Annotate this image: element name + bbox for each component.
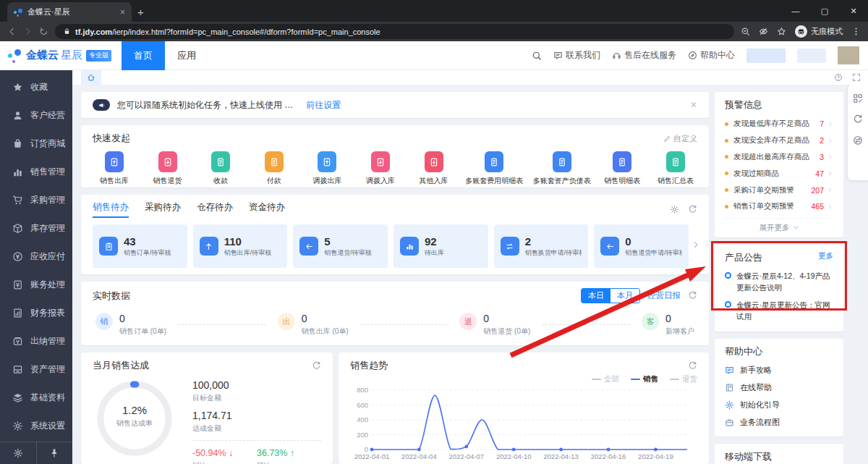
legend-item[interactable]: 退货 [670,374,697,384]
todo-more-chevron-icon[interactable] [692,240,700,249]
help-item[interactable]: 业务流程图 [725,417,833,428]
search-icon[interactable] [532,51,542,61]
sidebar-item[interactable]: 出纳管理 [0,327,72,355]
notice-close-icon[interactable]: ✕ [690,100,697,110]
alert-item[interactable]: 销售订单交期预警 465 [725,198,833,215]
close-button[interactable]: ✕ [839,0,868,22]
maximize-button[interactable]: ▢ [810,0,839,22]
zoom-out-icon[interactable] [741,27,750,36]
quick-launch-item[interactable]: 收款 [199,151,242,186]
todo-refresh-icon[interactable] [688,205,697,214]
quick-launch-item[interactable]: 销售出库 [93,151,136,186]
alert-item[interactable]: 发现安全库存不足商品 2 [725,132,833,149]
go-setup-link[interactable]: 前往设置 [306,99,341,111]
tab-title: 金蝶云·星辰 [27,7,115,17]
sidebar-item[interactable]: 基础资料 [0,384,72,412]
new-tab-button[interactable]: + [137,6,144,18]
switch-workbench-icon[interactable] [853,135,863,145]
period-toggle[interactable]: 本日 [582,289,610,303]
todo-stat-card[interactable]: 43 销售订单/待审核 [93,224,187,268]
home-tab[interactable] [81,70,101,85]
announcement-item[interactable]: 金蝶云·星辰更新公告：官网试用 [725,300,833,323]
refresh-all-icon[interactable] [853,114,863,125]
customize-layout-icon[interactable] [853,93,863,104]
header-link[interactable]: 帮助中心 [688,49,735,62]
alert-item[interactable]: 发现过期商品 47 [725,165,833,182]
sidebar-item[interactable]: 系统设置 [0,412,72,440]
browser-menu-icon[interactable] [851,27,861,36]
address-bar[interactable]: tf.jdy.com/ierp/index.html?formId=pc_mai… [55,24,734,39]
sidebar-pin-icon[interactable] [37,442,73,464]
help-item[interactable]: 初始化引导 [725,400,833,410]
announcements-more-link[interactable]: 更多 [818,251,833,264]
quick-launch-item[interactable]: 多账套费用明细表 [465,151,523,186]
quick-launch-item[interactable]: 其他入库 [412,151,456,186]
monthly-refresh-icon[interactable] [312,361,321,371]
quick-launch-item[interactable]: 销售汇总表 [654,151,697,186]
sidebar-item-icon [12,138,23,149]
bookmark-star-icon[interactable] [777,27,786,36]
browser-tab[interactable]: 金蝶云·星辰 × [7,2,132,22]
sidebar-item[interactable]: 销售管理 [0,158,72,186]
main-nav-tab[interactable]: 首页 [122,41,165,70]
sidebar-item[interactable]: 订货商城 [0,130,72,158]
todo-stat-card[interactable]: 5 销售退货/待审核 [293,224,388,268]
main-nav-tab[interactable]: 应用 [165,41,208,70]
todo-tab[interactable]: 销售待办 [93,201,129,218]
todo-settings-icon[interactable] [670,205,679,214]
announcement-item[interactable]: 金蝶云·星辰4-12、4-19产品更新公告说明 [725,271,833,294]
eye-slash-icon[interactable] [759,27,768,36]
legend-item[interactable]: 全部 [592,374,619,384]
todo-tab[interactable]: 资金待办 [249,201,285,218]
trend-refresh-icon[interactable] [688,361,697,371]
sidebar-item[interactable]: 应收应付 [0,242,72,271]
todo-tab[interactable]: 采购待办 [145,201,181,218]
sidebar-settings-icon[interactable] [0,442,37,464]
reload-icon[interactable] [39,27,48,36]
forward-icon[interactable] [23,27,33,36]
help-item[interactable]: 在线帮助 [725,382,833,393]
fullscreen-icon[interactable] [852,73,861,82]
sidebar-item[interactable]: 收藏 [0,73,72,101]
alert-item[interactable]: 发现最低库存不足商品 7 [725,116,833,132]
daily-report-link[interactable]: 经营日报 [647,290,681,301]
sidebar-item-icon [12,195,23,206]
header-link[interactable]: 联系我们 [553,49,600,62]
minimize-button[interactable]: — [781,0,810,22]
workspace-tab-bar [72,70,868,85]
sidebar-item[interactable]: 账务处理 [0,271,72,299]
quick-launch-item[interactable]: 调拨出库 [305,151,349,186]
realtime-stat-value: 0 [119,313,166,324]
customize-link[interactable]: 自定义 [663,133,697,144]
tab-close-icon[interactable]: × [120,7,125,17]
realtime-refresh-icon[interactable] [688,291,697,300]
sidebar-item[interactable]: 财务报表 [0,299,72,327]
period-toggle[interactable]: 本月 [610,289,639,303]
legend-swatch [670,379,679,381]
todo-stat-card[interactable]: 0 销售退货申请/待审核 [594,224,689,268]
quick-launch-item[interactable]: 付款 [252,151,296,186]
sidebar-item[interactable]: 资产管理 [0,355,72,384]
todo-stat-card[interactable]: 2 销售换货申请/待审核 [494,224,589,268]
sidebar-item-label: 库存管理 [30,222,65,235]
quick-launch-item[interactable]: 销售退货 [146,151,190,186]
sidebar-item[interactable]: 库存管理 [0,214,72,242]
help-item[interactable]: 新手攻略 [725,365,833,376]
back-icon[interactable] [7,27,17,36]
quick-launch-item[interactable]: 调拨入库 [359,151,402,186]
todo-stat-card[interactable]: 92 待出库 [393,224,488,268]
todo-stat-label: 销售退货申请/待审核 [625,248,682,258]
sidebar-item[interactable]: 客户经营 [0,101,72,130]
alert-item[interactable]: 发现超出最高库存商品 3 [725,149,833,166]
todo-stat-card[interactable]: 110 销售出库/待审核 [193,224,288,268]
header-link[interactable]: 售后在线服务 [612,49,676,62]
help-question-icon[interactable] [834,73,843,82]
sidebar-item[interactable]: 采购管理 [0,186,72,214]
quick-launch-item[interactable]: 销售明细表 [600,151,644,186]
app-header: 金蝶云 星辰 专业版 首页 应用 联系我们 售后在线服务 帮助中心 [0,41,868,70]
quick-launch-item[interactable]: 多账套资产负债表 [533,151,591,186]
alert-item[interactable]: 采购订单交期预警 207 [725,182,833,198]
expand-more-button[interactable]: 展开更多 [725,218,833,237]
legend-item[interactable]: 销售 [631,374,658,384]
todo-tab[interactable]: 仓存待办 [197,201,233,218]
